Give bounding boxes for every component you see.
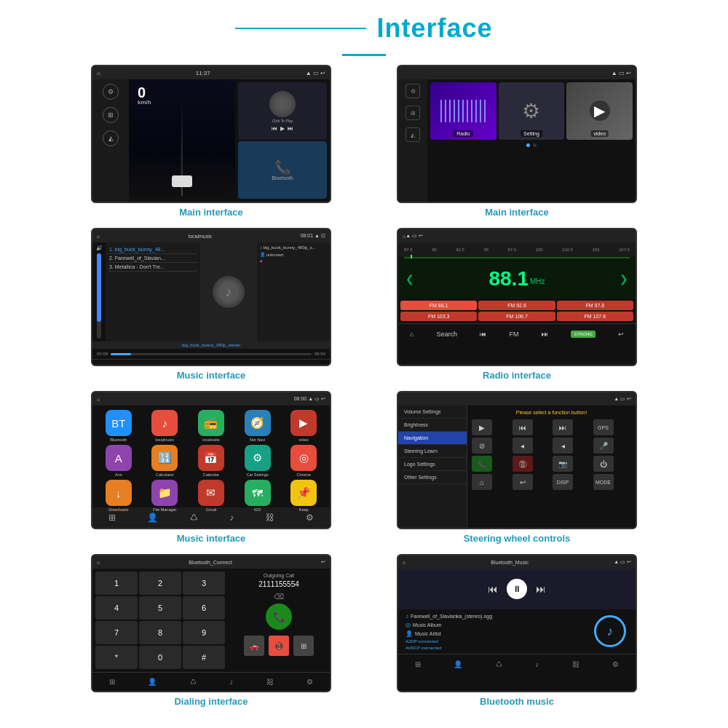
sw-gps[interactable]: GPS <box>593 419 614 435</box>
dock-icon-1[interactable]: ⊞ <box>108 513 116 523</box>
sw-endcall[interactable]: 📵 <box>513 456 533 472</box>
delete-button[interactable]: ⌫ <box>274 593 284 601</box>
key-9[interactable]: 9 <box>183 621 225 644</box>
menu-other-settings[interactable]: Other Settings <box>398 471 467 484</box>
progress-track[interactable] <box>111 353 312 355</box>
sw-vol-down[interactable]: ◂ <box>513 438 533 454</box>
car-btn[interactable]: 🚗 <box>244 636 264 656</box>
sw-undo[interactable]: ↩ <box>513 474 533 490</box>
next-button[interactable]: ⏭ <box>288 125 293 132</box>
dock-icon-3[interactable]: ♺ <box>190 513 198 523</box>
next-track[interactable]: ⏭ <box>542 331 548 338</box>
key-3[interactable]: 3 <box>183 571 225 595</box>
bt-prev-btn[interactable]: ⏮ <box>488 583 498 595</box>
app-gmail[interactable]: ✉ Gmail <box>189 480 233 512</box>
back-btn[interactable]: ↩ <box>618 331 624 338</box>
menu-volume[interactable]: Volume Settings <box>398 405 467 419</box>
meta-heart[interactable]: ♥ <box>260 259 327 264</box>
key-2[interactable]: 2 <box>139 571 181 595</box>
app-filemanager[interactable]: 📁 File Manager <box>143 480 187 512</box>
settings-icon[interactable]: ⚙ <box>103 84 119 100</box>
app-chrome[interactable]: ◎ Chrome <box>282 445 325 477</box>
preset-5[interactable]: FM 106.7 <box>478 312 555 321</box>
nav-icon-2[interactable]: ◭ <box>405 127 420 142</box>
preset-4[interactable]: FM 103.3 <box>400 312 477 321</box>
preset-3[interactable]: FM 97.8 <box>557 301 633 310</box>
bt-dock-6[interactable]: ⚙ <box>612 660 619 668</box>
preset-1[interactable]: FM 88.1 <box>400 301 477 310</box>
home-btn[interactable]: ⌂ <box>410 331 414 338</box>
preset-6[interactable]: FM 107.6 <box>557 312 633 321</box>
volume-track[interactable] <box>97 253 101 339</box>
prev-button[interactable]: ⏮ <box>272 125 277 132</box>
key-1[interactable]: 1 <box>95 571 138 595</box>
nav-icon[interactable]: ◭ <box>103 130 119 146</box>
settings-icon-2[interactable]: ⚙ <box>405 84 420 98</box>
app-netnavi[interactable]: 🧭 Net Navi <box>236 410 280 442</box>
dock-icon-6[interactable]: ⚙ <box>306 513 314 523</box>
app-calculator[interactable]: 🔢 Calculator <box>143 445 187 477</box>
tile-video[interactable]: ▶ video <box>566 82 633 140</box>
dock-icon-2[interactable]: 👤 <box>147 513 158 523</box>
key-8[interactable]: 8 <box>139 621 181 644</box>
bt-play-btn[interactable]: ⏸ <box>507 579 527 599</box>
app-localmusic[interactable]: ♪ localmusic <box>143 410 187 442</box>
dial-icon-6[interactable]: ⚙ <box>306 678 313 686</box>
tile-setting[interactable]: ⚙ Setting <box>499 82 565 140</box>
click-to-play-label[interactable]: Click To Play <box>272 119 293 123</box>
freq-left-arrow[interactable]: ❮ <box>405 273 414 285</box>
key-7[interactable]: 7 <box>95 621 138 644</box>
app-arin[interactable]: A Arin <box>97 445 141 477</box>
app-downloads[interactable]: ↓ Downloads <box>97 480 141 512</box>
play-button[interactable]: ▶ <box>280 125 285 132</box>
sw-disp[interactable]: DISP <box>553 474 573 490</box>
playlist-item-3[interactable]: 3. Metallica - Don't Tre... <box>108 263 197 272</box>
bt-dock-4[interactable]: ♪ <box>535 660 539 668</box>
dock-icon-5[interactable]: ⛓ <box>266 513 274 523</box>
app-carsettings[interactable]: ⚙ Car Settings <box>236 445 280 477</box>
app-bluetooth[interactable]: BT Bluetooth <box>97 410 141 442</box>
app-localradio[interactable]: 📻 localradio <box>189 410 233 442</box>
sw-power[interactable]: ⏻ <box>593 456 614 472</box>
dial-icon-3[interactable]: ♺ <box>190 678 197 686</box>
key-5[interactable]: 5 <box>139 596 181 620</box>
sw-camera[interactable]: 📷 <box>553 456 573 472</box>
app-video[interactable]: ▶ video <box>282 410 325 442</box>
sw-call[interactable]: 📞 <box>472 456 492 472</box>
app-calendar[interactable]: 📅 Calendar <box>189 445 233 477</box>
sw-mic[interactable]: 🎤 <box>593 438 614 454</box>
bt-dock-2[interactable]: 👤 <box>454 660 462 668</box>
key-4[interactable]: 4 <box>95 596 138 620</box>
end-call-btn[interactable]: 📵 <box>269 636 289 656</box>
dial-icon-1[interactable]: ⊞ <box>109 678 115 686</box>
freq-right-arrow[interactable]: ❯ <box>620 273 628 285</box>
sw-prev[interactable]: ⏮ <box>513 419 533 435</box>
menu-steering-learn[interactable]: Steering Learn <box>398 445 467 458</box>
bt-next-btn[interactable]: ⏭ <box>536 583 546 595</box>
app-igo[interactable]: 🗺 iGO <box>236 480 280 512</box>
tile-radio[interactable]: Radio <box>430 82 496 140</box>
grid-icon-2[interactable]: ⊞ <box>405 106 420 120</box>
menu-navigation[interactable]: Navigation <box>398 432 467 445</box>
bt-dock-1[interactable]: ⊞ <box>415 660 421 668</box>
key-0[interactable]: 0 <box>139 646 181 669</box>
dial-icon-5[interactable]: ⛓ <box>266 678 274 686</box>
bt-dock-3[interactable]: ♺ <box>496 660 502 668</box>
menu-logo-settings[interactable]: Logo Settings <box>398 458 467 471</box>
playlist-item-2[interactable]: 2. Farewell_of_Slavian... <box>108 254 197 263</box>
grid-icon[interactable]: ⊞ <box>103 107 119 123</box>
dock-icon-4[interactable]: ♪ <box>229 513 234 523</box>
dial-icon-4[interactable]: ♪ <box>229 678 233 686</box>
search-btn[interactable]: Search <box>436 331 457 338</box>
dialpad-btn[interactable]: ⊞ <box>293 636 314 656</box>
sw-cancel[interactable]: ⊘ <box>472 438 492 454</box>
dialing-back[interactable]: ↩ <box>321 559 325 565</box>
key-6[interactable]: 6 <box>183 596 225 620</box>
sw-back[interactable]: ◂ <box>553 438 573 454</box>
preset-2[interactable]: FM 92.8 <box>478 301 555 310</box>
prev-track[interactable]: ⏮ <box>480 331 486 338</box>
bt-dock-5[interactable]: ⛓ <box>572 660 579 668</box>
sw-home[interactable]: ⌂ <box>472 474 492 490</box>
key-hash[interactable]: # <box>183 646 225 669</box>
dial-icon-2[interactable]: 👤 <box>148 678 157 686</box>
